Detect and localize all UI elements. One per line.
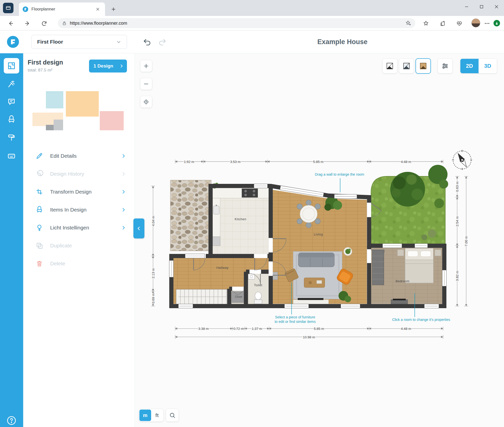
tv-cabinet[interactable]: [293, 298, 329, 304]
floorplan-canvas[interactable]: 2D 3D: [135, 53, 504, 427]
redo-button[interactable]: [157, 36, 168, 47]
lock-icon: [62, 21, 67, 26]
menu-item-light-settings[interactable]: Licht Instellingen: [23, 219, 135, 237]
browser-menu-icon[interactable]: [483, 19, 492, 28]
sidebar-item-construction[interactable]: [7, 80, 16, 89]
favorites-icon[interactable]: [421, 19, 430, 28]
stove[interactable]: [242, 189, 258, 198]
wall-cabinet[interactable]: [273, 272, 278, 280]
menu-item-transform-design[interactable]: Transform Design: [23, 183, 135, 201]
menu-label: Duplicate: [50, 243, 126, 249]
designs-button[interactable]: 1 Design: [89, 60, 127, 72]
help-button[interactable]: [7, 416, 16, 425]
collapse-panel-handle[interactable]: [133, 218, 144, 238]
zoom-out-button[interactable]: [140, 78, 152, 90]
nightstand-right[interactable]: [435, 250, 441, 256]
collections-icon[interactable]: [438, 19, 447, 28]
toggle-2d-button[interactable]: 2D: [460, 59, 479, 73]
chevron-right-icon: [119, 64, 124, 69]
locate-button[interactable]: [140, 96, 152, 108]
dining-set[interactable]: [297, 200, 320, 228]
toilet-label: Toilet: [254, 283, 262, 287]
sidebar-item-furniture[interactable]: [7, 115, 16, 124]
view-mode-textured-button[interactable]: [416, 59, 430, 73]
svg-text:10.98 m: 10.98 m: [303, 335, 315, 339]
view-mode-outline-button[interactable]: [383, 59, 397, 73]
dimensions-top: 1.92 m 3.53 m 5.85 m 4.48 m: [175, 160, 443, 164]
view-mode-shaded-button[interactable]: [399, 59, 414, 73]
pencil-icon: [36, 152, 43, 160]
svg-text:3.82 m: 3.82 m: [455, 271, 459, 281]
forward-button[interactable]: [23, 19, 32, 28]
svg-text:4.48 m: 4.48 m: [401, 160, 411, 164]
minus-icon: [143, 81, 149, 87]
window-minimize-button[interactable]: [459, 0, 474, 13]
window-close-button[interactable]: [489, 0, 504, 13]
wall-view-3-icon: [419, 62, 427, 70]
dimensions-left: 4.04 m 2.13 m 0.69 m: [151, 186, 155, 306]
crosshair-icon: [143, 99, 149, 105]
toggle-3d-button[interactable]: 3D: [479, 59, 497, 73]
dresser-tv[interactable]: [391, 299, 408, 304]
plus-icon: [143, 63, 149, 69]
refresh-button[interactable]: [40, 19, 49, 28]
floorplan-drawing[interactable]: Kitchen Living Hallway Toilet Closet Bed…: [148, 154, 476, 341]
svg-text:5.85 m: 5.85 m: [313, 160, 323, 164]
menu-item-edit-details[interactable]: Edit Details: [23, 147, 135, 165]
coffee-table[interactable]: [304, 278, 325, 287]
browser-essentials-icon[interactable]: [455, 19, 464, 28]
sidebar-item-comments[interactable]: [7, 97, 16, 106]
sidebar-item-paint[interactable]: [7, 134, 16, 142]
stairs[interactable]: [176, 289, 229, 304]
window-maximize-button[interactable]: [474, 0, 489, 13]
chevron-down-icon: [116, 39, 121, 44]
chevron-right-icon: [121, 153, 126, 159]
nightstand-left[interactable]: [397, 250, 404, 256]
browser-tab[interactable]: Floorplanner: [19, 2, 105, 16]
unit-feet-button[interactable]: ft: [151, 410, 163, 421]
svg-text:Click a room to change it's pr: Click a room to change it's properties: [392, 318, 450, 322]
sidebar-item-keyboard[interactable]: [7, 152, 16, 160]
url-text[interactable]: https://www.floorplanner.com: [70, 21, 405, 26]
new-tab-button[interactable]: [110, 5, 117, 13]
svg-text:2.54 m: 2.54 m: [455, 216, 459, 226]
svg-text:to edit or find similar items: to edit or find similar items: [275, 320, 316, 324]
svg-text:Select a piece of furniture: Select a piece of furniture: [275, 315, 315, 319]
thumb-room-closet: [46, 125, 54, 130]
svg-text:0.72 m: 0.72 m: [233, 327, 244, 331]
dimensions-right: 0.63 m 2.54 m 3.82 m 7.00 m: [455, 176, 468, 306]
measure-tool-button[interactable]: [166, 409, 179, 422]
bedroom-label: Bedroom: [396, 279, 409, 283]
sofa[interactable]: [298, 253, 334, 267]
toilet-fixture[interactable]: [254, 292, 262, 304]
address-bar[interactable]: https://www.floorplanner.com: [58, 18, 415, 28]
menu-label: Transform Design: [50, 189, 121, 195]
zoom-in-button[interactable]: [140, 60, 152, 72]
sidebar-item-floorplans[interactable]: [4, 58, 19, 73]
tab-close-icon[interactable]: [94, 5, 101, 13]
svg-text:7.00 m: 7.00 m: [464, 236, 468, 246]
browser-window: Floorplanner: [0, 0, 504, 427]
toilet-sink[interactable]: [248, 274, 255, 279]
closet-label: Closet: [235, 295, 242, 298]
unit-meters-button[interactable]: m: [139, 410, 151, 421]
undo-button[interactable]: [142, 36, 153, 47]
browser-notification-badge[interactable]: [494, 20, 500, 26]
menu-item-items-in-design[interactable]: Items In Design: [23, 201, 135, 219]
side-table[interactable]: [344, 247, 352, 256]
back-button[interactable]: [6, 19, 15, 28]
floor-selector-dropdown[interactable]: First Floor: [31, 35, 127, 49]
workspaces-icon[interactable]: [3, 3, 13, 13]
profile-avatar[interactable]: [471, 18, 480, 27]
kitchen-sink[interactable]: [213, 205, 219, 214]
design-thumbnail[interactable]: [32, 91, 125, 131]
view-settings-button[interactable]: [438, 59, 452, 73]
floorplanner-logo[interactable]: [7, 36, 19, 48]
svg-text:0.63 m: 0.63 m: [455, 181, 459, 192]
wardrobe[interactable]: [372, 250, 384, 285]
patio-terrace[interactable]: [170, 180, 211, 251]
chevron-right-icon: [121, 171, 126, 177]
svg-text:1.37 m: 1.37 m: [252, 327, 262, 331]
bed[interactable]: [405, 248, 433, 283]
add-favorite-icon[interactable]: [405, 20, 411, 26]
